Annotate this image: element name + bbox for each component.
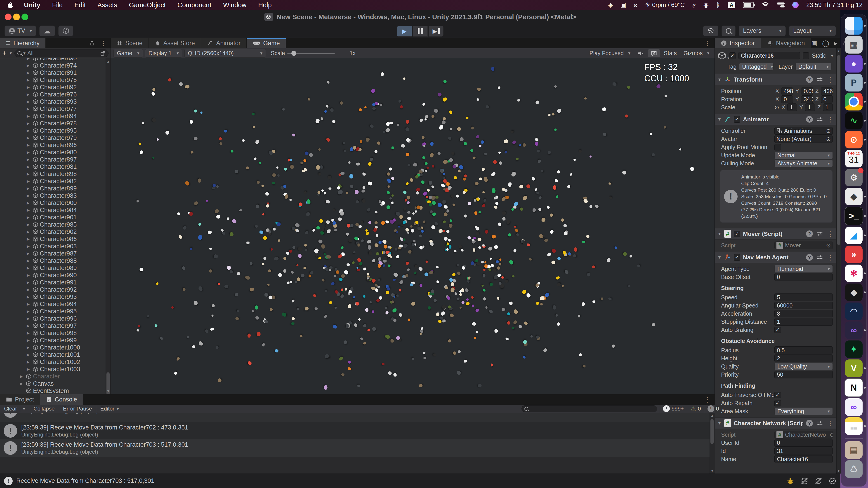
hierarchy-item-character998[interactable]: ▶Character998 [0,329,111,337]
transform-rotation-z-field[interactable]: 0 [821,95,833,103]
hierarchy-item-character892[interactable]: ▶Character892 [0,84,111,91]
gameobject-cube-icon[interactable]: ▾ [717,51,726,60]
transform-scale-x-field[interactable]: 1 [787,103,797,111]
edge-icon[interactable]: e [692,1,695,9]
console-log-entry[interactable]: !UnityEngine.Debug.Log (object) [0,413,715,422]
raycast-icon[interactable]: ◈ [608,1,613,8]
hierarchy-item-character988[interactable]: ▶Character988 [0,257,111,264]
dock-app-system-settings[interactable]: ⚙ [845,169,863,186]
help-icon[interactable]: ? [806,420,813,427]
navmesh-priority-field[interactable]: 50 [774,371,833,379]
vsync-button[interactable] [648,49,660,57]
component-menu-icon[interactable]: ⋮ [827,419,834,427]
menu-help[interactable]: Help [252,1,278,9]
transform-position-x-field[interactable]: 498.14 [781,87,793,95]
battery-icon[interactable] [743,2,754,8]
console-editor-dropdown[interactable]: Editor▾ [96,404,123,413]
hierarchy-item-character1002[interactable]: ▶Character1002 [0,358,111,365]
expand-arrow-icon[interactable]: ▶ [27,99,33,104]
layers-dropdown[interactable]: Layers▾ [739,26,786,36]
auto-refresh-disabled-icon[interactable] [815,477,822,485]
lock-icon[interactable] [89,40,95,46]
navmesh-agent-type-dropdown[interactable]: Humanoid▾ [774,265,833,273]
tab-hierarchy[interactable]: ☰ Hierarchy [0,38,45,48]
game-viewport[interactable]: FPS : 32 CCU : 1000 [111,58,715,394]
navmesh-auto-traverse-off-me-checkbox[interactable]: ✓ [774,392,781,398]
foldout-icon[interactable]: ▼ [717,77,721,82]
navmesh-auto-braking-checkbox[interactable]: ✓ [774,327,781,333]
link-scale-icon[interactable]: ⊘ [774,104,779,111]
panel-menu-icon[interactable]: ⋮ [704,396,711,403]
animator-culling-mode-dropdown[interactable]: Always Animate▾ [774,160,833,167]
dock-app-chrome[interactable] [845,93,863,110]
close-window-button[interactable] [5,13,11,20]
search-button[interactable] [721,26,736,36]
expand-arrow-icon[interactable]: ▶ [27,143,33,148]
expand-arrow-icon[interactable]: ▶ [27,352,33,357]
hierarchy-item-character991[interactable]: ▶Character991 [0,279,111,286]
account-button[interactable]: TV▾ [4,26,36,36]
dock-app-notion[interactable]: N [844,379,863,397]
navmesh-area-mask-dropdown[interactable]: Everything▾ [774,408,833,415]
menu-unity[interactable]: Unity [18,1,46,9]
expand-arrow-icon[interactable]: ▶ [27,58,33,61]
stats-button[interactable]: Stats [661,49,680,57]
hierarchy-item-character995[interactable]: ▶Character995 [0,308,111,315]
navmesh-base-offset-field[interactable]: 0 [774,273,833,281]
expand-arrow-icon[interactable]: ▶ [27,121,33,126]
menu-edit[interactable]: Edit [68,1,92,9]
display-target-dropdown[interactable]: Game▾ [114,49,143,58]
dock-app-visual-studio-2[interactable]: ∞ [845,398,863,416]
console-clear-button[interactable]: Clear|▾ [0,404,29,413]
hierarchy-item-character993[interactable]: ▶Character993 [0,293,111,300]
play-focused-dropdown[interactable]: Play Focused▾ [587,49,633,57]
dock-app-unity-hub[interactable]: ◆ [845,188,863,205]
expand-arrow-icon[interactable]: ▶ [27,360,33,364]
navmesh-speed-field[interactable]: 5 [774,293,833,301]
bluetooth-icon[interactable]: ᛒ [716,2,720,8]
console-log-entry[interactable]: ![23:59:39] Receive Move Data from Chara… [0,440,715,457]
dock-app-red-chevrons-app[interactable]: » [845,246,863,263]
hierarchy-item-character899[interactable]: ▶Character899 [0,185,111,192]
console-warning-badge[interactable]: ⚠0 [687,404,704,413]
navmesh-quality-dropdown[interactable]: Low Quality▾ [774,363,833,370]
capture-app-icon[interactable]: ▣ [620,1,626,8]
play-circle-icon[interactable]: ◉ [704,1,709,8]
navmesh-angular-speed-field[interactable]: 60000 [774,302,833,309]
hierarchy-item-character994[interactable]: ▶Character994 [0,300,111,308]
hierarchy-item-character896[interactable]: ▶Character896 [0,141,111,149]
transform-rotation-y-field[interactable]: 34.29 [801,95,813,103]
hierarchy-item-character996[interactable]: ▶Character996 [0,315,111,322]
hierarchy-item-character975[interactable]: ▶Character975 [0,76,111,84]
dock-app-unity-editor[interactable]: ◆ [845,284,863,301]
animator-apply-root-motion-checkbox[interactable] [774,144,781,151]
dock-app-calendar[interactable]: THG 1231 [845,150,863,167]
hierarchy-item-eventsystem[interactable]: EventSystem [0,387,111,394]
expand-arrow-icon[interactable]: ▶ [27,193,33,198]
dock-app-terminal[interactable]: >_ [844,207,863,225]
apple-menu-icon[interactable] [5,2,14,8]
dock-app-trash[interactable]: ♺ [845,460,863,478]
gizmos-dropdown[interactable]: Gizmos▾ [681,49,712,57]
aux-circle-icon[interactable]: ◯ [822,39,829,47]
help-icon[interactable]: ? [806,230,813,237]
dock-app-notes-app[interactable]: ≡≡ [845,417,863,435]
navmesh-acceleration-field[interactable]: 8 [774,310,833,318]
expand-arrow-icon[interactable]: ▶ [27,78,33,83]
mute-audio-button[interactable] [634,49,647,57]
navmesh-stopping-distance-field[interactable]: 1 [774,318,833,326]
hierarchy-item-character989[interactable]: ▶Character989 [0,264,111,271]
minimize-window-button[interactable] [13,13,20,20]
expand-arrow-icon[interactable]: ▶ [27,150,33,155]
foldout-icon[interactable]: ▼ [717,117,721,122]
foldout-icon[interactable]: ▼ [717,232,721,236]
expand-arrow-icon[interactable]: ▶ [27,208,33,213]
charnet-user-id-field[interactable]: 0 [774,439,833,447]
object-picker-icon[interactable]: ⊙ [828,431,833,438]
console-log-entry[interactable]: ![23:59:39] Receive Move Data from Chara… [0,422,715,440]
menu-gameobject[interactable]: GameObject [123,1,172,9]
hierarchy-item-character895[interactable]: ▶Character895 [0,127,111,134]
component-header-animator[interactable]: ▼✓Animator?⋮ [715,113,836,125]
hierarchy-item-character1000[interactable]: ▶Character1000 [0,344,111,351]
static-checkbox[interactable] [803,53,809,59]
